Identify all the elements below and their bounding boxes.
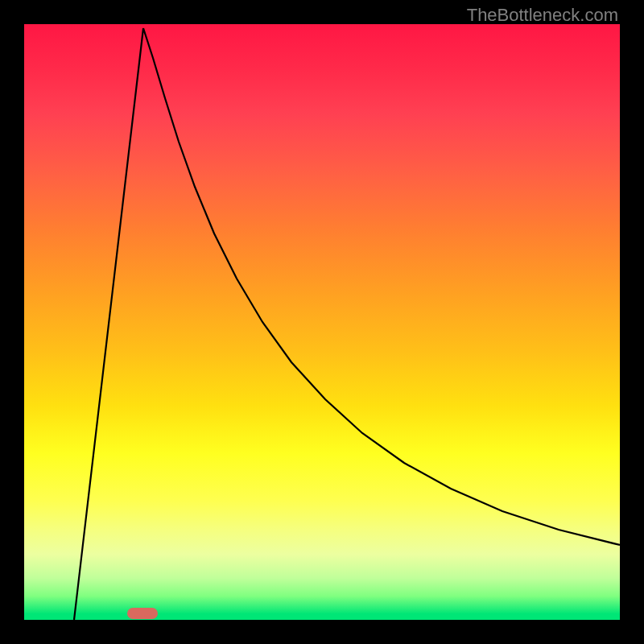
curve-path — [74, 28, 620, 620]
watermark-text: TheBottleneck.com — [467, 5, 618, 26]
curve-layer — [24, 24, 620, 620]
minimum-marker — [127, 608, 158, 619]
gradient-plot-area — [24, 24, 620, 620]
chart-frame: TheBottleneck.com — [0, 0, 644, 644]
